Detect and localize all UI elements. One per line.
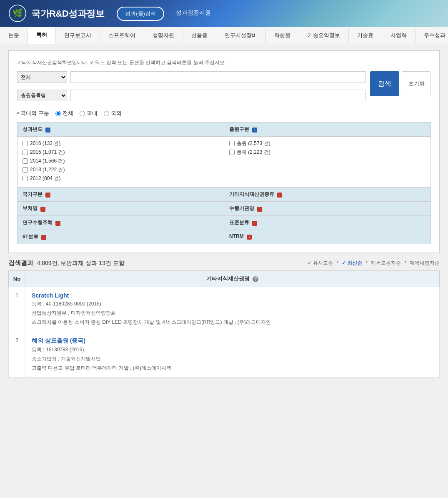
year-filters: 2016 (133 건) 2015 (1,071 건) 2014 (1,566 … [18,137,224,188]
sort-sep-1: ° [336,260,338,266]
support-link[interactable]: 성과검증지원 [168,7,218,21]
region-label: • 국내외 구분 [17,110,49,117]
table-row: 1 Scratch Light 등록 ; 40-1180285-0000 (20… [9,287,440,332]
search-row-2: 출원등록명국가명IPC코드 [17,90,366,101]
tab-우수성과[interactable]: 우수성과 [415,28,448,43]
tab-사업화[interactable]: 사업화 [382,28,415,43]
search-select-2[interactable]: 출원등록명국가명IPC코드 [17,90,67,101]
col-no: No [9,271,25,287]
search-description: 기타지식재산권검색화면입니다. 키워드 입력 또는 옵션을 선택하고 검색버튼을… [17,59,431,66]
results-label: 검색결과 [8,259,33,266]
region-domestic[interactable]: 국내 [80,110,98,117]
tab-연구보고서[interactable]: 연구보고서 [56,28,100,43]
app-applied: 출원 (2,573 건) [229,140,425,147]
year-2014: 2014 (1,566 건) [23,158,219,165]
results-sort: ✓ 유사도순 ° ✓ 최신순 ° 제목오름자순 ° 제목내림자순 [308,260,440,267]
applicant-sort-icon[interactable]: ↕ [252,128,257,133]
row-1-content: Scratch Light 등록 ; 40-1180285-0000 (2016… [25,287,440,332]
year-2016: 2016 (133 건) [23,140,219,147]
tab-특허[interactable]: 특허 [28,27,56,44]
help-icon[interactable]: ? [253,276,258,282]
sort-similarity[interactable]: ✓ 유사도순 [308,260,333,267]
logo-icon: 🌿 [8,4,27,23]
main-content: 기타지식재산권검색화면입니다. 키워드 입력 또는 옵션을 선택하고 검색버튼을… [0,44,448,488]
tab-생명자원[interactable]: 생명자원 [144,28,183,43]
sort-sep-2: ° [365,260,368,266]
std-sort-icon[interactable]: ↓ [252,221,257,226]
agency-header: 수행기관명 ↓ [224,202,431,216]
ministry-sort-icon[interactable]: ↓ [40,207,45,212]
site-title: 국가R&D성과정보 [31,8,104,20]
row-1-title[interactable]: Scratch Light [32,292,69,299]
ntrm-sort-icon[interactable]: ↓ [247,235,252,240]
t6-header: 6T분류 ↓ [18,230,224,244]
sort-sep-3: ° [404,260,406,266]
region-overseas[interactable]: 국외 [104,110,122,117]
region-all[interactable]: 전체 [55,110,73,117]
ip-sort-icon[interactable]: ↓ [277,193,282,198]
row-1-meta3: 스크래치를 이용한 소비자 중심 DIY LED 조명장치 개발 및 4색 스크… [32,318,433,326]
country-sort-icon[interactable]: ↓ [45,193,50,198]
tab-연구시설장비[interactable]: 연구시설장비 [216,28,266,43]
performer-header: 연구수행주체 ↓ [18,216,224,230]
logo-area: 🌿 국가R&D성과정보 [8,4,104,23]
app-registered: 등록 (2,223 건) [229,149,425,156]
search-row-1: 전체제목출원인발명자 [17,71,366,83]
col-title: 기타지식재산권명 ? [25,271,440,287]
reset-button[interactable]: 초기화 [402,71,431,96]
row-1-meta2: 산업통상자원부 ; 디자인혁신역량강화 [32,309,433,317]
row-2-content: 해외 상표출원 (중국) 등록 ; 16130783 (2016) 중소기업청 … [25,332,440,378]
results-header: 검색결과 4,809건, 보안과제 성과 13건 포함 ✓ 유사도순 ° ✓ 최… [8,259,440,267]
ntrm-header: NTRM ↓ [224,230,431,244]
header-nav: 성과(물)검색 성과검증지원 [117,7,218,21]
tab-기술요약정보[interactable]: 기술요약정보 [299,28,349,43]
filter-table: 성과년도 ↕ 출원구분 ↕ 2016 (133 건) 2015 (1,071 건… [17,122,431,244]
search-input-1[interactable] [70,71,366,83]
year-header: 성과년도 ↕ [18,123,224,137]
row-1-meta1: 등록 ; 40-1180285-0000 (2016) [32,300,433,308]
svg-text:🌿: 🌿 [13,8,23,18]
applicant-filters: 출원 (2,573 건) 등록 (2,223 건) [224,137,431,188]
row-2-meta1: 등록 ; 16130783 (2016) [32,346,433,354]
header: 🌿 국가R&D성과정보 성과(물)검색 성과검증지원 [0,0,448,27]
tab-navigation: 논문특허연구보고서소프트웨어생명자원신품종연구시설장비화합물기술요약정보기술료사… [0,27,448,44]
sort-title-asc[interactable]: 제목오름자순 [371,260,401,267]
search-btn[interactable]: 성과(물)검색 [117,7,164,21]
ip-type-header: 기타지식재산권종류 ↓ [224,188,431,202]
agency-sort-icon[interactable]: ↓ [257,207,262,212]
tab-화합물[interactable]: 화합물 [266,28,299,43]
year-sort-icon[interactable]: ↕ [45,128,50,133]
row-1-no: 1 [9,287,25,332]
performer-sort-icon[interactable]: ↓ [55,221,60,226]
tab-소프트웨어[interactable]: 소프트웨어 [100,28,144,43]
std-class-header: 표준분류 ↓ [224,216,431,230]
sort-title-desc[interactable]: 제목내림자순 [410,260,440,267]
sort-latest[interactable]: ✓ 최신순 [342,260,362,267]
region-filter: • 국내외 구분 전체 국내 국외 [17,110,431,117]
results-count: 4,809건, 보안과제 성과 13건 포함 [37,260,125,266]
year-2012: 2012 (804 건) [23,175,219,182]
tab-논문[interactable]: 논문 [0,28,28,43]
year-2015: 2015 (1,071 건) [23,149,219,156]
search-button[interactable]: 검색 [370,71,399,96]
tab-신품종[interactable]: 신품종 [183,28,216,43]
row-2-meta2: 중소기업청 ; 기술혁신개발사업 [32,355,433,363]
results-table: No 기타지식재산권명 ? 1 Scratch Light 등록 ; 40-11… [8,270,440,378]
row-2-no: 2 [9,332,25,378]
t6-sort-icon[interactable]: ↓ [41,235,46,240]
search-fields: 전체제목출원인발명자 출원등록명국가명IPC코드 [17,71,366,105]
country-header: 국가구분 ↓ [18,188,224,202]
results-title-area: 검색결과 4,809건, 보안과제 성과 13건 포함 [8,259,125,267]
search-select-1[interactable]: 전체제목출원인발명자 [17,71,67,83]
year-2013: 2013 (1,222 건) [23,166,219,173]
row-2-meta3: 고출력 다용도 유압 로터리 액추에이터 개발 ; (주)에스에이치팩 [32,364,433,372]
search-panel: 기타지식재산권검색화면입니다. 키워드 입력 또는 옵션을 선택하고 검색버튼을… [8,50,440,253]
ministry-header: 부처명 ↓ [18,202,224,216]
row-2-title[interactable]: 해외 상표출원 (중국) [32,337,85,344]
table-row: 2 해외 상표출원 (중국) 등록 ; 16130783 (2016) 중소기업… [9,332,440,378]
search-input-2[interactable] [70,90,366,101]
applicant-header: 출원구분 ↕ [224,123,431,137]
search-buttons: 검색 초기화 [370,71,431,96]
tab-기술료[interactable]: 기술료 [349,28,382,43]
